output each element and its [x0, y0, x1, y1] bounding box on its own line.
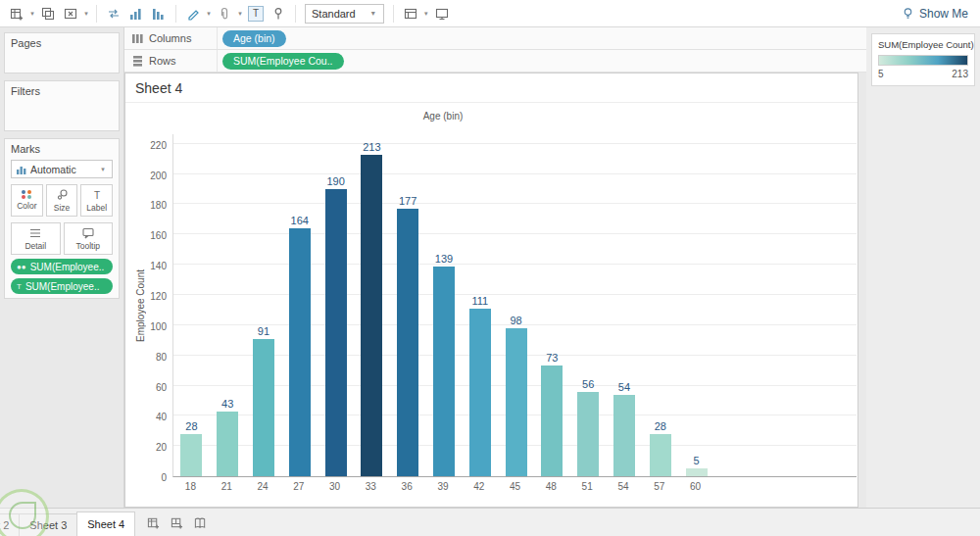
columns-pill-age-bin[interactable]: Age (bin): [222, 30, 286, 47]
y-tick-label: 20: [125, 442, 167, 453]
bar-slot: 43: [210, 134, 246, 476]
bar-value-label: 111: [471, 295, 488, 307]
y-tick-label: 160: [125, 230, 167, 241]
x-tick-label: 48: [533, 481, 569, 492]
color-legend-card[interactable]: SUM(Employee Count) 5 213: [871, 33, 975, 86]
x-tick-label: 45: [497, 481, 533, 492]
sidebar: Pages Filters Marks Automatic ▾ Color: [0, 27, 124, 508]
x-tick-label: 51: [569, 481, 606, 492]
bar-slot: 98: [498, 134, 534, 476]
new-worksheet-button[interactable]: [144, 513, 162, 531]
sort-descending-icon[interactable]: [148, 3, 170, 24]
new-worksheet-toolbar-icon[interactable]: [6, 3, 27, 24]
x-tick-label: 39: [425, 481, 462, 492]
new-worksheet-caret-icon[interactable]: ▾: [28, 10, 36, 18]
size-button-label: Size: [54, 203, 71, 213]
y-tick-label: 200: [125, 171, 167, 181]
bar-slot: 139: [426, 134, 463, 476]
size-icon: [56, 189, 68, 201]
rows-icon: [132, 56, 143, 67]
x-tick-label: 30: [317, 481, 353, 492]
show-hide-cards-caret-icon[interactable]: ▾: [422, 10, 430, 18]
rows-shelf[interactable]: Rows SUM(Employee Cou..: [124, 50, 866, 73]
toolbar-separator: [295, 5, 296, 23]
label-icon: T: [91, 189, 103, 201]
svg-text:T: T: [94, 190, 100, 201]
clear-sheet-caret-icon[interactable]: ▾: [82, 10, 90, 18]
mark-type-dropdown[interactable]: Automatic ▾: [11, 160, 113, 178]
tab-sheet-2[interactable]: et 2: [0, 513, 20, 536]
bar[interactable]: [325, 189, 347, 476]
label-button[interactable]: T Label: [80, 184, 113, 217]
fix-axes-icon[interactable]: [268, 3, 289, 24]
bar[interactable]: [541, 365, 563, 476]
group-members-caret-icon[interactable]: ▾: [236, 10, 244, 18]
bar[interactable]: [217, 412, 238, 476]
bar[interactable]: [613, 395, 635, 476]
bar[interactable]: [253, 339, 274, 476]
pill-label-icon: T: [17, 282, 22, 291]
sheet-view: Sheet 4 Age (bin) Employee Count 0204060…: [124, 73, 858, 508]
bar[interactable]: [361, 155, 382, 476]
bar[interactable]: [433, 267, 455, 476]
bar[interactable]: [506, 328, 527, 476]
sort-ascending-icon[interactable]: [125, 3, 147, 24]
highlight-caret-icon[interactable]: ▾: [205, 10, 213, 18]
filters-card[interactable]: Filters: [4, 80, 120, 131]
bar-value-label: 28: [185, 420, 197, 432]
legend-min: 5: [878, 69, 884, 79]
new-dashboard-button[interactable]: [168, 513, 185, 531]
bar-value-label: 91: [258, 325, 270, 337]
bar[interactable]: [469, 309, 491, 476]
bar-slot: 73: [534, 134, 570, 476]
y-axis-ticks: 020406080100120140160180200220: [125, 134, 167, 477]
bar[interactable]: [180, 434, 202, 476]
bar[interactable]: [397, 209, 418, 476]
worksheet-area: Columns Age (bin) Rows SUM(Employee Cou.…: [124, 27, 866, 508]
x-tick-label: 18: [172, 481, 209, 492]
x-tick-label: 57: [641, 481, 677, 492]
pages-card[interactable]: Pages: [4, 32, 120, 73]
tab-sheet-4[interactable]: Sheet 4: [76, 512, 135, 536]
detail-button[interactable]: Detail: [11, 222, 61, 255]
y-tick-label: 120: [125, 291, 167, 302]
legend-title: SUM(Employee Count): [878, 39, 968, 50]
show-hide-cards-icon[interactable]: [400, 3, 421, 24]
duplicate-sheet-icon[interactable]: [37, 3, 59, 24]
legend-panel: SUM(Employee Count) 5 213: [866, 27, 980, 508]
size-button[interactable]: Size: [46, 184, 78, 217]
columns-shelf[interactable]: Columns Age (bin): [124, 27, 866, 50]
bar[interactable]: [686, 468, 708, 476]
show-me-button[interactable]: Show Me: [902, 7, 974, 21]
bar[interactable]: [289, 228, 311, 476]
color-button[interactable]: Color: [11, 184, 43, 217]
bar[interactable]: [650, 434, 671, 476]
presentation-mode-icon[interactable]: [431, 3, 453, 24]
new-story-button[interactable]: [191, 513, 209, 531]
swap-rows-columns-icon[interactable]: [103, 3, 124, 24]
fit-dropdown[interactable]: Standard ▾: [305, 4, 384, 24]
tooltip-button[interactable]: Tooltip: [64, 222, 114, 255]
tab-sheet-3[interactable]: Sheet 3: [19, 513, 77, 536]
pill-color-icon: ●●: [17, 263, 26, 271]
tooltip-button-label: Tooltip: [75, 241, 100, 251]
bar-slot: 111: [462, 134, 498, 476]
y-tick-label: 60: [125, 382, 167, 393]
bar-value-label: 56: [582, 378, 594, 390]
bar-value-label: 5: [693, 455, 699, 466]
bar-value-label: 139: [435, 253, 453, 265]
x-tick-label: 42: [461, 481, 497, 492]
color-icon: [22, 190, 32, 199]
rows-pill-sum-employee-count[interactable]: SUM(Employee Cou..: [222, 53, 344, 70]
group-members-icon[interactable]: [214, 3, 235, 24]
bar-slot: 91: [246, 134, 282, 476]
marks-pill-label-field[interactable]: T SUM(Employee..: [11, 278, 113, 294]
clear-sheet-icon[interactable]: [60, 3, 81, 24]
y-tick-label: 0: [125, 472, 167, 483]
show-mark-labels-icon[interactable]: T: [245, 3, 267, 24]
marks-pill-color[interactable]: ●● SUM(Employee..: [11, 259, 113, 274]
bar[interactable]: [577, 392, 599, 476]
highlight-icon[interactable]: [182, 3, 204, 24]
bar-value-label: 190: [326, 175, 344, 187]
marks-card-label: Marks: [11, 143, 40, 155]
